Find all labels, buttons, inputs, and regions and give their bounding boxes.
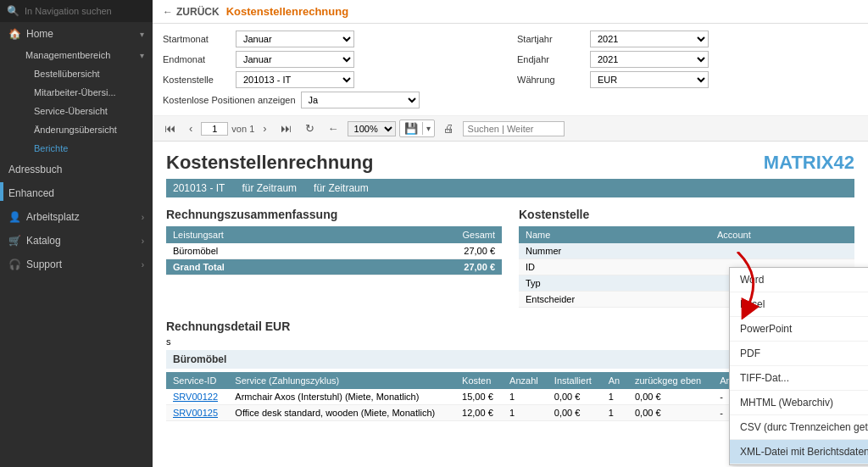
service-id-link[interactable]: SRV00125 xyxy=(173,408,218,418)
col-name: Name xyxy=(519,226,710,243)
grand-total-label: Grand Total xyxy=(166,259,363,275)
startmonat-select[interactable]: Januar xyxy=(236,31,354,47)
sidebar-item-enhanced[interactable]: Enhanced xyxy=(0,181,153,205)
report-zeitraum1: für Zeitraum xyxy=(242,182,297,194)
kostenlose-row: Kostenlose Positionen anzeigen Ja xyxy=(163,92,858,108)
service-cell: Armchair Axos (Interstuhl) (Miete, Monat… xyxy=(228,389,455,405)
service-id-link[interactable]: SRV00122 xyxy=(173,392,218,402)
report-header-bar: 201013 - IT für Zeitraum für Zeitraum xyxy=(166,179,854,197)
endmonat-label: Endmonat xyxy=(163,54,231,64)
ks-nummer-val xyxy=(710,243,854,259)
export-dropdown: Word Excel PowerPoint PDF TIFF-Dat... MH… xyxy=(729,267,868,465)
table-row: Büromöbel 27,00 € xyxy=(166,243,502,259)
wahrung-label: Währung xyxy=(517,75,585,85)
sidebar-item-adressbuch[interactable]: Adressbuch xyxy=(0,158,153,181)
sidebar-search-container[interactable]: 🔍 xyxy=(0,0,153,22)
endmonat-select[interactable]: Januar xyxy=(236,51,354,68)
chevron-down-icon: ▾ xyxy=(140,51,144,60)
sidebar-search-input[interactable] xyxy=(25,6,146,16)
sidebar-item-arbeitsplatz[interactable]: 👤 Arbeitsplatz › xyxy=(0,205,153,229)
col-zuruckgegeben: zurückgeg eben xyxy=(628,372,713,389)
dropdown-item-powerpoint[interactable]: PowerPoint xyxy=(730,317,868,342)
save-dropdown-button[interactable]: ▾ xyxy=(422,122,434,135)
wahrung-select[interactable]: EUR xyxy=(590,71,709,88)
sidebar-item-home[interactable]: 🏠 Home ▾ xyxy=(0,22,153,46)
rechnungszusammenfassung-table: Leistungsart Gesamt Büromöbel 27,00 € Gr… xyxy=(166,226,502,275)
an-cell: 1 xyxy=(602,405,628,421)
col-installiert: Installiert xyxy=(548,372,602,389)
rechnungszusammenfassung-table-wrapper: Leistungsart Gesamt Büromöbel 27,00 € Gr… xyxy=(166,226,502,275)
zuruck-cell: 0,00 € xyxy=(628,389,713,405)
rechnungszusammenfassung-title: Rechnungszusammenfassung xyxy=(166,208,502,221)
dropdown-item-excel[interactable]: Excel xyxy=(730,292,868,317)
col-account: Account xyxy=(710,226,854,243)
sidebar-item-service[interactable]: Service-Übersicht xyxy=(25,102,153,120)
ks-typ: Typ xyxy=(519,275,710,292)
refresh-button[interactable]: ↻ xyxy=(300,120,320,137)
sidebar-item-berichte[interactable]: Berichte xyxy=(25,139,153,158)
endjahr-select[interactable]: 2021 xyxy=(590,51,709,68)
sidebar-item-label: Mitarbeiter-Übersi... xyxy=(34,87,116,97)
sidebar-item-label: Katalog xyxy=(26,235,61,247)
back-arrow-icon: ← xyxy=(163,6,173,18)
table-row: Nummer xyxy=(519,243,854,259)
leistungsart-cell: Büromöbel xyxy=(166,243,363,259)
katalog-icon: 🛒 xyxy=(8,235,21,247)
service-cell: Office desk standard, wooden (Miete, Mon… xyxy=(228,405,455,421)
breadcrumb[interactable]: Kostenstellenrechnung xyxy=(226,5,348,18)
print-button[interactable]: 🖨 xyxy=(438,120,459,137)
arbeitsplatz-icon: 👤 xyxy=(8,211,21,223)
back-button[interactable]: ← ZURÜCK xyxy=(163,6,220,18)
startjahr-select[interactable]: 2021 xyxy=(590,31,709,47)
rechnungszusammenfassung-section: Rechnungszusammenfassung Leistungsart Ge… xyxy=(166,208,502,320)
col-leistungsart: Leistungsart xyxy=(166,226,363,243)
dropdown-item-word[interactable]: Word xyxy=(730,268,868,292)
zoom-select[interactable]: 100% xyxy=(348,121,396,136)
an-cell: 1 xyxy=(602,389,628,405)
management-section: Managementbereich ▾ Bestellübersicht Mit… xyxy=(0,46,153,158)
chevron-right-icon: › xyxy=(142,236,144,246)
dropdown-item-pdf[interactable]: PDF xyxy=(730,342,868,366)
page-total-label: von 1 xyxy=(231,124,254,134)
col-service-id: Service-ID xyxy=(166,372,228,389)
last-page-button[interactable]: ⏭ xyxy=(275,120,297,137)
report-title: Kostenstellenrechnung xyxy=(166,152,854,174)
sidebar-item-katalog[interactable]: 🛒 Katalog › xyxy=(0,229,153,253)
support-icon: 🎧 xyxy=(8,259,21,270)
back-button-toolbar[interactable]: ← xyxy=(323,120,344,137)
page-input[interactable]: 1 xyxy=(201,122,228,136)
kostenlose-select[interactable]: Ja xyxy=(301,92,420,108)
dropdown-item-tiff[interactable]: TIFF-Dat... xyxy=(730,366,868,391)
home-icon: 🏠 xyxy=(8,28,21,40)
sidebar-item-anderung[interactable]: Änderungsübersicht xyxy=(25,120,153,139)
sidebar-item-mitarbeiter[interactable]: Mitarbeiter-Übersi... xyxy=(25,83,153,102)
sidebar-item-label: Managementbereich xyxy=(25,50,110,60)
startjahr-row: Startjahr 2021 xyxy=(517,31,858,47)
col-gesamt: Gesamt xyxy=(363,226,502,243)
anzahl-cell: 1 xyxy=(503,389,548,405)
sidebar-item-bestellubersicht[interactable]: Bestellübersicht xyxy=(25,64,153,83)
kosten-cell: 12,00 € xyxy=(455,405,503,421)
zuruck-cell: 0,00 € xyxy=(628,405,713,421)
dropdown-item-xml[interactable]: XML-Datei mit Berichtsdaten xyxy=(730,440,868,464)
toolbar-search-input[interactable] xyxy=(463,121,565,136)
sidebar-item-support[interactable]: 🎧 Support › xyxy=(0,253,153,276)
endmonat-row: Endmonat Januar xyxy=(163,51,504,68)
kostenstelle-title: Kostenstelle xyxy=(519,208,854,221)
sidebar-item-label: Berichte xyxy=(34,143,68,153)
sidebar-item-managementbereich[interactable]: Managementbereich ▾ xyxy=(17,46,153,64)
next-page-button[interactable]: › xyxy=(258,120,271,137)
kostenstelle-select[interactable]: 201013 - IT xyxy=(236,71,354,88)
sidebar-item-label: Bestellübersicht xyxy=(34,69,100,79)
first-page-button[interactable]: ⏮ xyxy=(159,120,181,137)
dropdown-item-mhtml[interactable]: MHTML (Webarchiv) xyxy=(730,391,868,415)
main-content: ← ZURÜCK Kostenstellenrechnung Startmona… xyxy=(153,0,868,467)
matrix-number: 42 xyxy=(834,152,854,173)
col-service: Service (Zahlungszyklus) xyxy=(228,372,455,389)
matrix-logo: MATRIX42 xyxy=(764,152,854,174)
prev-page-button[interactable]: ‹ xyxy=(184,120,198,137)
save-button[interactable]: 💾 xyxy=(400,120,422,136)
matrix-text: MATRIX xyxy=(764,152,834,173)
ks-entscheider: Entscheider xyxy=(519,292,710,308)
dropdown-item-csv[interactable]: CSV (durc Trennzeichen getre... xyxy=(730,415,868,440)
